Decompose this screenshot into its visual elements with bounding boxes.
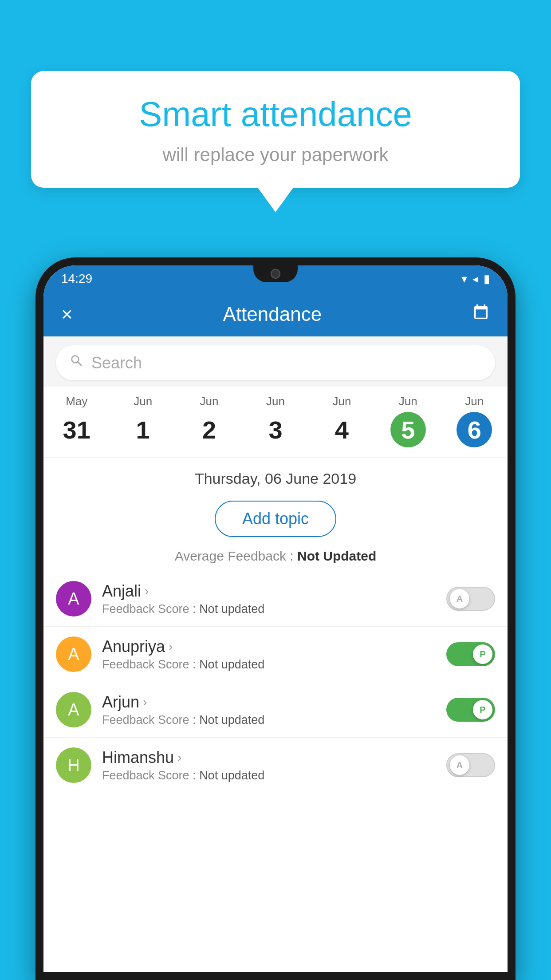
date-day: 6 (457, 412, 492, 447)
add-topic-container: Add topic (43, 493, 508, 545)
speech-bubble-section: Smart attendance will replace your paper… (31, 71, 520, 212)
bubble-subtitle: will replace your paperwork (58, 144, 493, 166)
avg-feedback-value: Not Updated (297, 549, 376, 563)
student-info: Himanshu ›Feedback Score : Not updated (102, 748, 436, 782)
avg-feedback: Average Feedback : Not Updated (43, 545, 508, 571)
date-day: 3 (258, 412, 293, 447)
battery-icon: ▮ (484, 272, 490, 286)
chevron-icon: › (177, 751, 181, 765)
selected-date-info: Thursday, 06 June 2019 (43, 458, 508, 493)
chevron-icon: › (145, 584, 149, 598)
attendance-toggle[interactable]: P (446, 698, 495, 722)
notch (253, 265, 298, 282)
status-time: 14:29 (61, 272, 92, 286)
avg-feedback-label: Average Feedback : (175, 549, 297, 563)
date-day: 5 (390, 412, 426, 447)
add-topic-button[interactable]: Add topic (215, 501, 336, 537)
date-item[interactable]: Jun1 (110, 391, 176, 451)
date-month: May (45, 395, 108, 408)
student-name: Anupriya › (102, 637, 436, 656)
student-info: Anupriya ›Feedback Score : Not updated (102, 637, 436, 672)
student-name: Anjali › (102, 582, 436, 601)
search-placeholder: Search (91, 354, 142, 372)
close-button[interactable]: × (61, 303, 73, 325)
student-item[interactable]: AArjun ›Feedback Score : Not updatedP (43, 682, 508, 738)
date-item[interactable]: Jun5 (375, 391, 441, 451)
student-name: Himanshu › (102, 748, 436, 767)
date-item[interactable]: May31 (43, 391, 110, 451)
date-day: 2 (192, 412, 227, 447)
phone-screen: 14:29 ▾ ◂ ▮ × Attendance (43, 265, 508, 972)
status-icons: ▾ ◂ ▮ (461, 272, 490, 286)
student-name: Arjun › (102, 693, 436, 711)
student-item[interactable]: AAnupriya ›Feedback Score : Not updatedP (43, 627, 508, 682)
speech-bubble: Smart attendance will replace your paper… (31, 71, 520, 188)
toggle-knob: P (473, 644, 492, 664)
student-info: Arjun ›Feedback Score : Not updated (102, 693, 436, 727)
date-item[interactable]: Jun4 (309, 391, 375, 451)
date-scroll: May31Jun1Jun2Jun3Jun4Jun5Jun6 (43, 387, 508, 458)
header-title: Attendance (223, 303, 322, 325)
toggle[interactable]: A (446, 753, 495, 777)
chevron-icon: › (169, 640, 173, 654)
avatar: H (56, 747, 91, 783)
search-icon (69, 353, 84, 372)
calendar-button[interactable] (472, 304, 490, 325)
attendance-toggle[interactable]: A (446, 753, 495, 777)
toggle[interactable]: P (446, 642, 495, 666)
attendance-toggle[interactable]: P (446, 642, 495, 666)
phone-frame: 14:29 ▾ ◂ ▮ × Attendance (35, 257, 516, 980)
date-month: Jun (244, 395, 307, 408)
feedback-score: Feedback Score : Not updated (102, 658, 436, 672)
search-input-wrapper[interactable]: Search (56, 345, 495, 380)
date-month: Jun (443, 395, 506, 408)
toggle-knob: A (450, 589, 469, 609)
student-list: AAnjali ›Feedback Score : Not updatedAAA… (43, 571, 508, 793)
avatar: A (56, 692, 91, 727)
student-item[interactable]: HHimanshu ›Feedback Score : Not updatedA (43, 738, 508, 793)
date-month: Jun (111, 395, 174, 408)
date-month: Jun (311, 395, 373, 408)
student-item[interactable]: AAnjali ›Feedback Score : Not updatedA (43, 571, 508, 627)
bubble-title: Smart attendance (58, 95, 493, 134)
avatar: A (56, 581, 91, 616)
toggle[interactable]: A (446, 587, 495, 611)
date-month: Jun (377, 395, 439, 408)
date-day: 4 (324, 412, 359, 447)
attendance-toggle[interactable]: A (446, 587, 495, 611)
feedback-score: Feedback Score : Not updated (102, 713, 436, 727)
date-item[interactable]: Jun6 (441, 391, 508, 451)
selected-date: Thursday, 06 June 2019 (195, 470, 356, 487)
toggle-knob: A (450, 755, 469, 775)
date-item[interactable]: Jun3 (242, 391, 308, 451)
date-day: 1 (125, 412, 161, 447)
camera (271, 269, 280, 279)
wifi-icon: ▾ (461, 272, 467, 286)
avatar: A (56, 636, 91, 672)
app-header: × Attendance (43, 292, 508, 336)
feedback-score: Feedback Score : Not updated (102, 602, 436, 616)
toggle-knob: P (473, 700, 492, 719)
date-day: 31 (59, 412, 94, 447)
search-section: Search (43, 336, 508, 387)
date-month: Jun (178, 395, 240, 408)
chevron-icon: › (143, 695, 147, 709)
student-info: Anjali ›Feedback Score : Not updated (102, 582, 436, 616)
status-bar: 14:29 ▾ ◂ ▮ (43, 265, 508, 292)
bubble-tail (258, 188, 293, 212)
feedback-score: Feedback Score : Not updated (102, 769, 436, 782)
signal-icon: ◂ (472, 272, 478, 286)
toggle[interactable]: P (446, 698, 495, 722)
date-item[interactable]: Jun2 (176, 391, 242, 451)
